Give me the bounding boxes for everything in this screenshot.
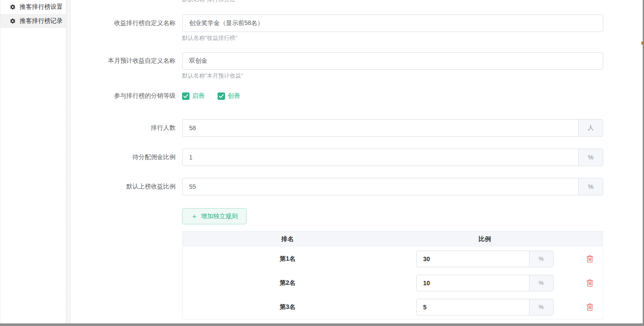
table-row-rank-1: 第1名 % bbox=[182, 247, 603, 271]
form-row-commission-ratio: 待分配佣金比例 % bbox=[71, 149, 603, 166]
add-rule-button-label: 增加独立规则 bbox=[201, 213, 238, 220]
action-cell bbox=[577, 254, 603, 264]
field-label: 排行人数 bbox=[71, 124, 175, 132]
header-rank: 排名 bbox=[182, 235, 393, 243]
form-row-levels: 参与排行榜的分销等级 启善 创善 bbox=[71, 87, 240, 105]
ratio-input-rank-2[interactable] bbox=[417, 275, 529, 291]
sidebar: 推客排行榜设置 推客排行榜记录 bbox=[0, 0, 66, 326]
ratio-input-wrap: % bbox=[416, 299, 554, 315]
revenue-rank-name-input-wrap bbox=[182, 14, 603, 32]
plus-icon: ＋ bbox=[191, 213, 198, 220]
delete-rule-button[interactable] bbox=[585, 302, 594, 312]
ratio-cell: % bbox=[393, 275, 577, 291]
field-label: 待分配佣金比例 bbox=[71, 153, 175, 161]
checkbox-label: 创善 bbox=[228, 92, 240, 100]
input-suffix-percent: % bbox=[578, 178, 603, 195]
levels-checkbox-group: 启善 创善 bbox=[182, 92, 240, 100]
input-suffix-percent: % bbox=[529, 251, 553, 267]
ratio-cell: % bbox=[393, 251, 577, 267]
input-suffix-percent: % bbox=[578, 149, 603, 166]
field-hint: 默认名称"收益排行榜" bbox=[182, 34, 237, 42]
rules-table-header: 排名 比例 bbox=[182, 231, 603, 247]
field-label: 本月预计收益自定义名称 bbox=[71, 57, 175, 65]
rank-cell: 第3名 bbox=[182, 303, 393, 311]
horizontal-scrollbar[interactable] bbox=[0, 323, 644, 326]
sidebar-item-leaderboard-settings[interactable]: 推客排行榜设置 bbox=[0, 0, 66, 14]
table-row-rank-2: 第2名 % bbox=[182, 271, 603, 295]
checkbox-checked-icon bbox=[218, 92, 225, 100]
commission-ratio-input-wrap: % bbox=[182, 149, 603, 166]
sidebar-scrollbar-track[interactable] bbox=[67, 0, 71, 326]
rank-cell: 第1名 bbox=[182, 255, 393, 263]
settings-form: 默认名称"排行榜分红" 收益排行榜自定义名称 默认名称"收益排行榜" 本月预计收… bbox=[71, 0, 644, 326]
field-label: 收益排行榜自定义名称 bbox=[71, 19, 175, 27]
revenue-rank-name-input[interactable] bbox=[182, 15, 603, 32]
field-label: 参与排行榜的分销等级 bbox=[71, 92, 175, 100]
ratio-input-wrap: % bbox=[416, 251, 554, 267]
field-label: 默认上榜收益比例 bbox=[71, 183, 175, 191]
form-row-default-ratio: 默认上榜收益比例 % bbox=[71, 178, 603, 195]
header-ratio: 比例 bbox=[393, 235, 577, 243]
trash-icon bbox=[586, 279, 594, 287]
month-income-name-input[interactable] bbox=[182, 53, 603, 69]
sidebar-item-label: 推客排行榜记录 bbox=[20, 17, 63, 25]
action-cell bbox=[577, 278, 603, 288]
rank-count-input[interactable] bbox=[182, 120, 578, 136]
rules-table: 排名 比例 第1名 % bbox=[182, 231, 603, 319]
scrollbar-marker bbox=[641, 42, 644, 45]
sidebar-item-leaderboard-records[interactable]: 推客排行榜记录 bbox=[0, 14, 66, 28]
checkbox-level-qishan[interactable]: 启善 bbox=[182, 92, 204, 100]
form-row-month-income-name: 本月预计收益自定义名称 bbox=[71, 52, 603, 70]
default-ratio-input[interactable] bbox=[182, 178, 578, 195]
checkbox-level-chuangshan[interactable]: 创善 bbox=[218, 92, 240, 100]
ratio-cell: % bbox=[393, 299, 577, 315]
ratio-input-rank-1[interactable] bbox=[417, 251, 529, 267]
gear-icon bbox=[10, 4, 16, 10]
trash-icon bbox=[586, 255, 594, 263]
action-cell bbox=[577, 302, 603, 312]
commission-ratio-input[interactable] bbox=[182, 149, 578, 166]
default-ratio-input-wrap: % bbox=[182, 178, 603, 195]
ratio-input-rank-3[interactable] bbox=[417, 299, 529, 315]
clipped-top-hint: 默认名称"排行榜分红" bbox=[182, 0, 237, 4]
gear-icon bbox=[10, 18, 16, 24]
delete-rule-button[interactable] bbox=[585, 278, 594, 288]
sidebar-item-label: 推客排行榜设置 bbox=[20, 3, 63, 11]
table-row-rank-3: 第3名 % bbox=[182, 295, 603, 319]
rank-count-input-wrap: 人 bbox=[182, 119, 603, 137]
form-row-revenue-rank-name: 收益排行榜自定义名称 bbox=[71, 14, 603, 32]
rank-cell: 第2名 bbox=[182, 279, 393, 287]
checkbox-label: 启善 bbox=[192, 92, 204, 100]
add-rule-button[interactable]: ＋ 增加独立规则 bbox=[182, 208, 247, 224]
trash-icon bbox=[586, 303, 594, 311]
form-row-rank-count: 排行人数 人 bbox=[71, 119, 603, 137]
checkbox-checked-icon bbox=[182, 92, 190, 100]
input-suffix-percent: % bbox=[529, 275, 553, 291]
month-income-name-input-wrap bbox=[182, 52, 603, 70]
field-hint: 默认名称"本月预计收益" bbox=[182, 72, 243, 80]
app-window: 推客排行榜设置 推客排行榜记录 默认名称"排行榜分红" 收益排行榜自定义名称 默… bbox=[0, 0, 644, 326]
delete-rule-button[interactable] bbox=[585, 254, 594, 264]
input-suffix-unit: 人 bbox=[578, 120, 603, 136]
ratio-input-wrap: % bbox=[416, 275, 554, 291]
input-suffix-percent: % bbox=[529, 299, 553, 315]
